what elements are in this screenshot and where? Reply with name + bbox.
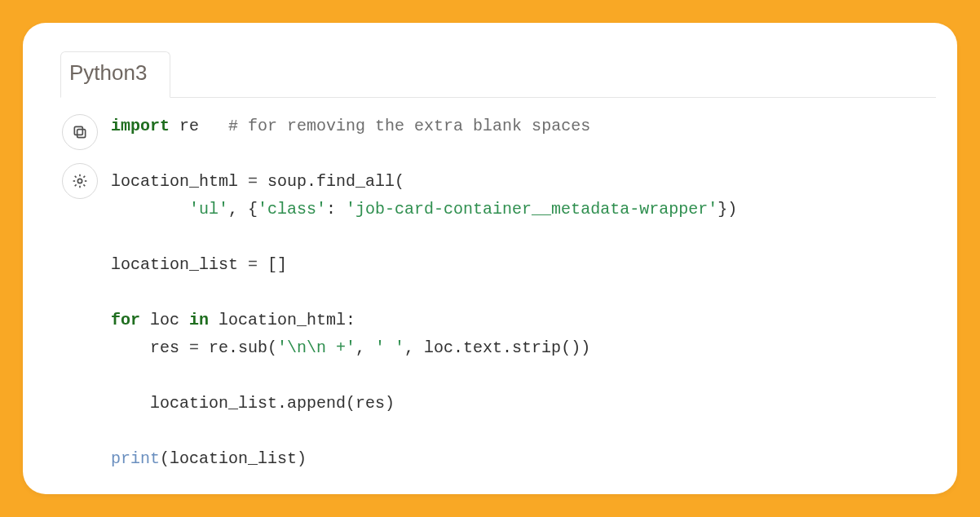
kw-import: import [111,117,170,135]
str-pat: '\n\n +' [277,338,355,357]
dict-close: }) [717,200,737,219]
comment: # for removing the extra blank spaces [228,117,590,135]
mod-re: re [179,117,199,135]
colon: : [326,200,346,219]
code-card: Python3 [23,23,957,494]
print-arg: (location_list) [160,449,307,468]
comma1: , [355,338,375,357]
svg-line-8 [83,184,85,186]
dict-open: , { [228,200,258,219]
op-eq: = [248,172,258,191]
op-eq2: = [248,255,258,274]
call-find-all: soup.find_all( [258,172,404,191]
op-eq3: = [189,338,199,357]
sun-icon [72,173,88,189]
code-block[interactable]: import re # for removing the extra blank… [111,113,737,473]
code-area: import re # for removing the extra blank… [60,113,941,473]
tab-python3[interactable]: Python3 [60,51,170,98]
call-resub: re.sub( [199,338,277,357]
svg-rect-0 [77,130,86,138]
empty-list: [] [258,255,287,274]
svg-line-9 [75,184,77,186]
call-append: location_list.append(res) [111,394,395,413]
iter-target: location_html: [209,311,355,329]
kw-for: for [111,311,140,329]
var-loc: loc [140,311,189,329]
str-space: ' ' [375,338,404,357]
var-location-list: location_list [111,255,248,274]
brightness-button[interactable] [62,163,98,199]
indent [111,200,189,219]
action-column [60,113,99,199]
str-class: 'class' [258,200,326,219]
rest-resub: , loc.text.strip()) [404,338,590,357]
str-jcc: 'job-card-container__metadata-wrapper' [346,200,717,219]
tab-strip: Python3 [60,51,936,98]
svg-line-7 [75,176,77,178]
copy-icon [72,124,88,140]
var-res: res [111,338,189,357]
str-ul: 'ul' [189,200,228,219]
svg-point-2 [77,179,82,183]
fn-print: print [111,449,160,468]
svg-rect-1 [74,126,82,135]
var-location-html: location_html [111,172,248,191]
kw-in: in [189,311,209,329]
svg-line-10 [83,176,85,178]
copy-button[interactable] [62,114,98,150]
